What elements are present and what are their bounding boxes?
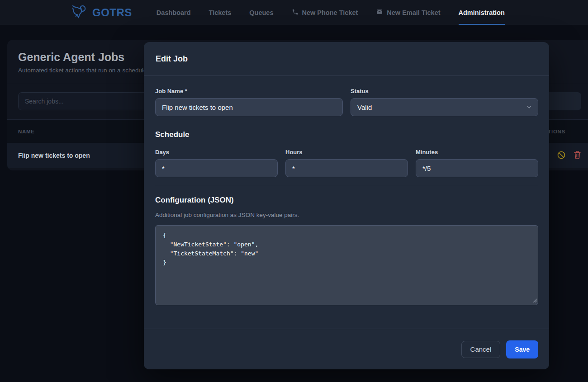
edit-job-modal: Edit Job Job Name * Status Valid: [144, 42, 549, 369]
schedule-fields: Days Hours Minutes: [155, 149, 538, 177]
configuration-section: Configuration (JSON) Additional job conf…: [155, 196, 538, 307]
delete-job-button[interactable]: [574, 151, 581, 160]
hours-field-group: Hours: [285, 149, 408, 177]
json-textarea-wrap: { "NewTicketState": "open", "TicketState…: [155, 225, 538, 307]
days-label: Days: [155, 149, 278, 156]
nav-item-tickets[interactable]: Tickets: [209, 0, 232, 25]
brand[interactable]: GOTRS: [70, 3, 132, 22]
cancel-button[interactable]: Cancel: [461, 341, 501, 358]
disable-job-button[interactable]: [557, 151, 566, 161]
nav-item-new-email-ticket[interactable]: New Email Ticket: [376, 0, 440, 25]
row-actions: [557, 151, 581, 161]
minutes-input[interactable]: [416, 159, 538, 177]
status-selected-value: Valid: [357, 104, 372, 111]
job-name-cell: Flip new tickets to open: [18, 152, 90, 159]
column-header-name: NAME: [18, 129, 35, 134]
resize-handle-icon[interactable]: [532, 296, 537, 304]
job-name-field-group: Job Name *: [155, 88, 343, 116]
modal-body: Job Name * Status Valid Schedu: [144, 76, 549, 307]
schedule-section: Schedule Days Hours Minutes: [155, 130, 538, 177]
job-name-label: Job Name *: [155, 88, 343, 94]
hours-input[interactable]: [285, 159, 408, 177]
days-input[interactable]: [155, 159, 278, 177]
minutes-field-group: Minutes: [416, 149, 538, 177]
goat-logo-icon: [70, 3, 88, 22]
nav-item-administration[interactable]: Administration: [459, 0, 505, 25]
status-select[interactable]: Valid: [351, 98, 538, 116]
configuration-description: Additional job configuration as JSON key…: [155, 212, 538, 218]
days-field-group: Days: [155, 149, 278, 177]
minutes-label: Minutes: [416, 149, 538, 156]
modal-header: Edit Job: [144, 42, 549, 76]
phone-icon: [292, 9, 299, 17]
save-button[interactable]: Save: [506, 340, 538, 358]
name-status-row: Job Name * Status Valid: [155, 88, 538, 116]
nav-item-new-phone-ticket[interactable]: New Phone Ticket: [292, 0, 358, 25]
nav-item-queues[interactable]: Queues: [249, 0, 273, 25]
nav-item-dashboard[interactable]: Dashboard: [156, 0, 191, 25]
trash-icon: [574, 151, 581, 160]
top-navbar: GOTRS Dashboard Tickets Queues New Phone…: [0, 0, 588, 25]
hours-label: Hours: [285, 149, 408, 156]
modal-title: Edit Job: [156, 54, 188, 64]
configuration-json-textarea[interactable]: { "NewTicketState": "open", "TicketState…: [155, 225, 538, 305]
status-select-wrap: Valid: [351, 98, 538, 116]
configuration-heading: Configuration (JSON): [155, 196, 538, 205]
section-divider: [155, 186, 538, 186]
status-field-group: Status Valid: [351, 88, 538, 116]
schedule-heading: Schedule: [155, 130, 538, 139]
ban-icon: [557, 151, 566, 161]
job-name-input[interactable]: [155, 98, 343, 116]
status-label: Status: [351, 88, 538, 94]
envelope-icon: [376, 9, 383, 16]
brand-name: GOTRS: [92, 6, 132, 19]
modal-footer: Cancel Save: [144, 329, 549, 369]
nav-items: Dashboard Tickets Queues New Phone Ticke…: [138, 0, 505, 25]
